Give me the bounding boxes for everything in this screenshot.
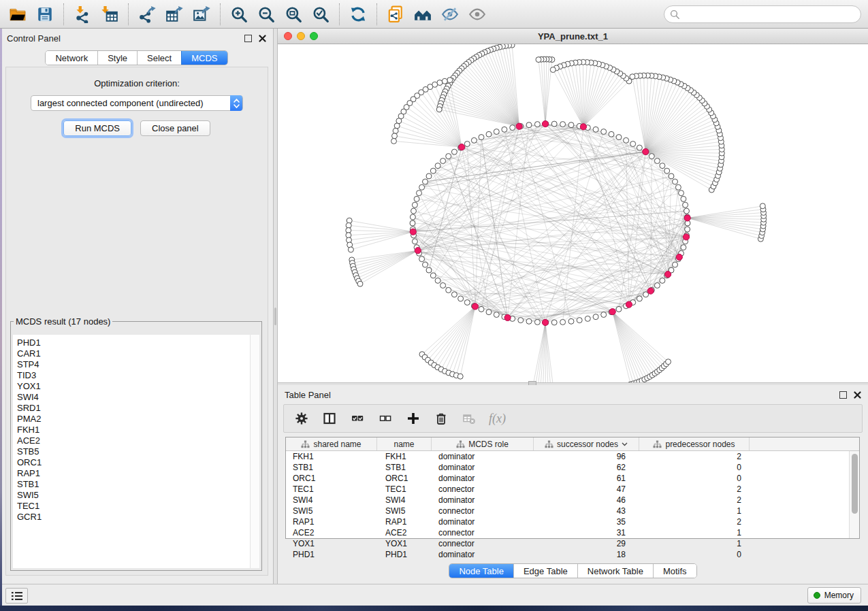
column-header-name[interactable]: name [377,437,432,450]
open-file-button[interactable] [4,2,31,27]
float-panel-icon[interactable] [839,391,847,399]
deselect-all-rows-button[interactable] [377,411,393,426]
mcds-result-item[interactable]: YOX1 [17,381,250,392]
clone-network-icon [387,5,404,23]
delete-column-button[interactable] [433,411,449,426]
mcds-result-item[interactable]: STB1 [17,479,250,490]
show-graphics-details-button[interactable] [464,2,491,27]
control-tab-network[interactable]: Network [46,51,97,65]
column-header-mcds-role[interactable]: MCDS role [432,437,534,450]
add-column-button[interactable] [405,411,421,426]
export-image-button[interactable] [188,2,215,27]
close-panel-button[interactable]: Close panel [140,120,210,136]
table-toolbar: f(x) [283,404,863,433]
import-network-button[interactable] [69,2,96,27]
table-row[interactable]: STB1STB1dominator620 [286,462,859,473]
table-tab-node-table[interactable]: Node Table [449,564,513,578]
memory-status-icon [814,592,820,599]
zoom-fit-icon [285,5,302,23]
import-table-button[interactable] [96,2,123,27]
search-box[interactable] [664,5,861,23]
function-builder-button: f(x) [489,412,506,426]
mcds-result-item[interactable]: RAP1 [17,468,250,479]
control-tab-mcds[interactable]: MCDS [181,51,227,65]
table-cell: 0 [639,549,750,560]
mcds-result-item[interactable]: SWI4 [17,392,250,403]
deselect-all-rows-icon [379,412,392,425]
column-label: shared name [313,440,361,449]
table-cell: SWI4 [286,495,377,506]
search-input[interactable] [684,10,855,20]
task-history-button[interactable] [5,588,28,604]
table-row[interactable]: RAP1RAP1dominator352 [286,516,859,527]
table-cell: 2 [639,516,750,527]
column-header-successor-nodes[interactable]: successor nodes [534,437,639,450]
mcds-result-scrollbar[interactable] [250,335,259,568]
table-row[interactable]: YOX1YOX1connector291 [286,538,859,549]
control-tab-style[interactable]: Style [97,51,137,65]
optimization-criterion-select[interactable]: largest connected component (undirected) [31,95,243,111]
table-row[interactable]: ACE2ACE2connector311 [286,527,859,538]
scrollbar-thumb[interactable] [852,454,858,514]
refresh-view-button[interactable] [344,2,372,27]
export-table-button[interactable] [161,2,188,27]
column-header-predecessor-nodes[interactable]: predecessor nodes [639,437,750,450]
table-cell: SWI4 [377,495,432,506]
select-all-rows-button[interactable] [349,411,366,426]
control-tab-select[interactable]: Select [137,51,181,65]
mcds-result-item[interactable]: STB5 [17,446,250,457]
mcds-result-item[interactable]: SRD1 [17,403,250,414]
mcds-result-item[interactable]: ORC1 [17,457,250,468]
mcds-result-item[interactable]: ACE2 [17,435,250,446]
mcds-result-item[interactable]: TID3 [17,370,250,381]
memory-label: Memory [824,591,854,600]
table-settings-button[interactable] [293,411,310,426]
splitter-grip[interactable] [274,308,276,325]
zoom-selected-button[interactable] [307,2,334,27]
table-row[interactable]: PHD1PHD1dominator180 [286,549,859,560]
table-row[interactable]: TEC1TEC1connector472 [286,484,859,495]
zoom-fit-button[interactable] [280,2,307,27]
table-cell: SWI5 [377,506,432,516]
zoom-in-button[interactable] [225,2,253,27]
toolbar-group [344,2,372,27]
table-row[interactable]: SWI5SWI5connector431 [286,506,859,516]
show-graphics-details-icon [468,5,486,23]
mcds-result-item[interactable]: TEC1 [17,501,250,512]
mcds-result-list[interactable]: PHD1CAR1STP4TID3YOX1SWI4SRD1PMA2FKH1ACE2… [13,335,250,568]
table-body: FKH1FKH1dominator962STB1STB1dominator620… [286,451,859,560]
close-panel-icon[interactable] [854,391,861,399]
table-cell: STB1 [286,462,377,473]
mcds-result-item[interactable]: PHD1 [17,337,250,348]
column-header-shared-name[interactable]: shared name [286,437,377,450]
control-panel: Control Panel NetworkStyleSelectMCDS Opt… [0,29,273,584]
mcds-result-item[interactable]: GCR1 [17,512,250,523]
node-table: shared namenameMCDS rolesuccessor nodesp… [285,437,860,539]
toggle-column-view-button[interactable] [321,411,338,426]
close-panel-icon[interactable] [259,35,266,42]
mcds-result-item[interactable]: CAR1 [17,348,250,359]
table-tab-motifs[interactable]: Motifs [653,564,696,578]
network-canvas[interactable] [278,44,868,382]
export-table-icon [165,5,183,23]
export-network-button[interactable] [133,2,161,27]
mcds-result-item[interactable]: PMA2 [17,414,250,425]
save-session-button[interactable] [31,2,59,27]
zoom-out-button[interactable] [253,2,280,27]
mcds-result-item[interactable]: SWI5 [17,490,250,501]
first-neighbors-button[interactable] [409,2,436,27]
vertical-splitter[interactable] [273,29,278,584]
float-panel-icon[interactable] [244,35,252,42]
hide-graphics-details-button[interactable] [436,2,464,27]
table-scrollbar[interactable] [849,451,859,538]
table-tab-edge-table[interactable]: Edge Table [513,564,577,578]
table-row[interactable]: ORC1ORC1dominator610 [286,473,859,484]
table-tab-network-table[interactable]: Network Table [577,564,653,578]
mcds-result-item[interactable]: STP4 [17,359,250,370]
memory-button[interactable]: Memory [807,587,861,604]
table-row[interactable]: SWI4SWI4dominator462 [286,495,859,506]
table-row[interactable]: FKH1FKH1dominator962 [286,451,859,462]
clone-network-button[interactable] [382,2,409,27]
mcds-result-item[interactable]: FKH1 [17,425,250,435]
run-mcds-button[interactable]: Run MCDS [63,120,131,136]
